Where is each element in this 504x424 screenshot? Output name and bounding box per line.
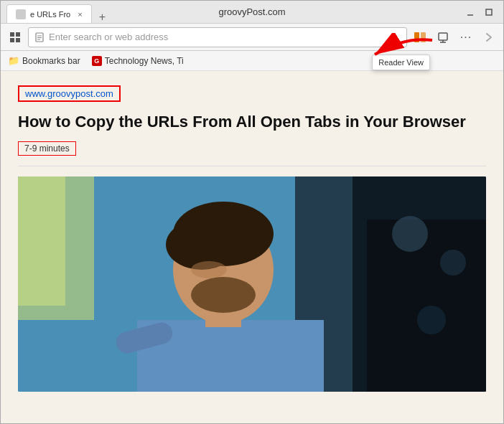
- article-title: How to Copy the URLs From All Open Tabs …: [18, 112, 486, 133]
- reader-view-tooltip: Reader View: [372, 55, 430, 70]
- svg-rect-2: [10, 32, 14, 37]
- bookmark-item-tech[interactable]: G Technology News, Ti: [89, 55, 187, 67]
- reader-view-button[interactable]: Reader View: [410, 27, 430, 47]
- search-input[interactable]: [49, 32, 401, 42]
- svg-point-27: [191, 277, 256, 313]
- more-button[interactable]: ···: [456, 27, 476, 47]
- article-hero-image: [18, 176, 486, 392]
- grid-icon: [9, 32, 21, 43]
- read-time-badge: 7-9 minutes: [18, 141, 76, 156]
- svg-point-33: [417, 306, 446, 334]
- svg-rect-4: [10, 38, 14, 42]
- more-icon: ···: [460, 31, 472, 44]
- new-tab-button[interactable]: +: [96, 11, 108, 23]
- tab-close-button[interactable]: ×: [78, 10, 82, 19]
- nav-bar: Reader View ···: [1, 24, 503, 51]
- article-divider: [18, 166, 486, 166]
- browser-window: e URLs Fro × + groovyPost.com: [0, 0, 504, 424]
- maximize-button[interactable]: [480, 4, 498, 21]
- svg-point-28: [191, 261, 227, 278]
- page-icon: [34, 32, 45, 42]
- hero-svg: [18, 176, 486, 392]
- reader-view-icon: [413, 30, 427, 44]
- svg-rect-5: [16, 38, 20, 42]
- pocket-button[interactable]: [433, 27, 453, 47]
- bookmarks-bar-text: Bookmarks bar: [22, 56, 80, 66]
- page-content: www.groovypost.com How to Copy the URLs …: [1, 71, 503, 423]
- bookmarks-bar-label: 📁 Bookmarks bar: [5, 54, 83, 67]
- window-controls: [462, 4, 498, 21]
- bookmark-favicon: G: [92, 56, 102, 66]
- grid-button[interactable]: [5, 27, 25, 47]
- bookmarks-folder-icon: 📁: [8, 55, 19, 66]
- svg-rect-11: [421, 32, 426, 42]
- svg-rect-30: [367, 220, 486, 392]
- tab-title: e URLs Fro: [30, 10, 70, 19]
- title-center: groovyPost.com: [218, 6, 285, 17]
- svg-point-32: [440, 250, 466, 275]
- svg-rect-10: [414, 32, 419, 42]
- svg-rect-3: [16, 32, 20, 37]
- minimize-button[interactable]: [462, 4, 479, 21]
- forward-button[interactable]: [479, 27, 499, 47]
- bookmark-title: Technology News, Ti: [105, 56, 184, 66]
- address-bar[interactable]: [28, 27, 407, 47]
- title-bar: e URLs Fro × + groovyPost.com: [1, 1, 503, 24]
- svg-point-31: [392, 216, 428, 252]
- svg-rect-18: [18, 176, 65, 306]
- site-url-badge: www.groovypost.com: [18, 85, 121, 102]
- forward-icon: [485, 32, 493, 42]
- tab-favicon: [16, 9, 26, 19]
- active-tab[interactable]: e URLs Fro ×: [6, 4, 92, 23]
- svg-rect-12: [439, 33, 447, 40]
- share-icon: [437, 32, 449, 43]
- svg-rect-1: [486, 9, 492, 15]
